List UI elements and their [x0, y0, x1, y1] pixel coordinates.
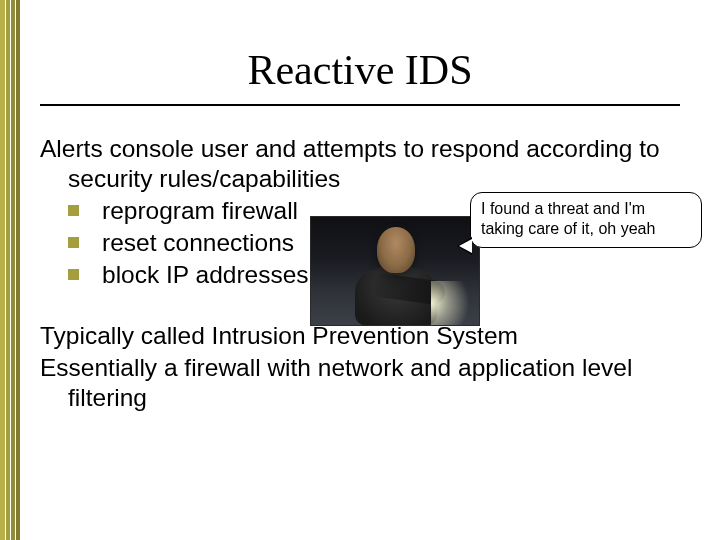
- slide-title: Reactive IDS: [0, 46, 720, 94]
- slide: Reactive IDS Alerts console user and att…: [0, 0, 720, 540]
- bullet-text: block IP addresses: [102, 261, 309, 288]
- threat-image: [310, 216, 480, 326]
- speech-text: I found a threat and I'm taking care of …: [481, 200, 655, 237]
- closing-line: Essentially a firewall with network and …: [40, 353, 680, 413]
- speech-bubble-tail: [457, 237, 472, 255]
- bullet-text: reprogram firewall: [102, 197, 298, 224]
- bullet-text: reset connections: [102, 229, 294, 256]
- speech-bubble: I found a threat and I'm taking care of …: [470, 192, 702, 248]
- intro-text: Alerts console user and attempts to resp…: [40, 134, 680, 194]
- title-underline: [40, 104, 680, 106]
